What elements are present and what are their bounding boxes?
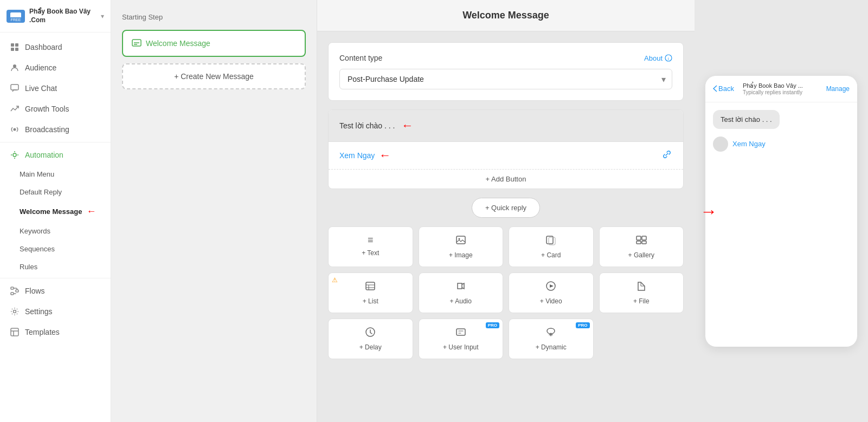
- tool-card[interactable]: + Card: [509, 226, 594, 267]
- card-icon: [545, 235, 556, 248]
- back-button[interactable]: Back: [713, 85, 734, 93]
- link-icon[interactable]: [661, 149, 672, 162]
- audio-icon: [455, 281, 466, 294]
- tool-delay[interactable]: + Delay: [328, 319, 413, 359]
- tool-card-label: + Card: [541, 251, 561, 259]
- svg-rect-8: [11, 287, 14, 289]
- preview-panel: → Back Phẩy Book Bao Vây ... Typically r…: [695, 0, 868, 422]
- phone-xem-ngay[interactable]: Xem Ngay: [732, 140, 766, 148]
- add-button-link[interactable]: + Add Button: [486, 175, 526, 183]
- phone-header: Back Phẩy Book Bao Vây ... Typically rep…: [705, 76, 857, 102]
- arrow-indicator-btn: ←: [379, 148, 391, 163]
- sidebar-subitem-sequences[interactable]: Sequences: [0, 240, 111, 258]
- sidebar-item-dashboard-label: Dashboard: [25, 43, 62, 51]
- tool-delay-label: + Delay: [359, 343, 382, 351]
- sidebar-item-automation[interactable]: Automation: [0, 145, 111, 165]
- content-type-select[interactable]: Post-Purchase Update: [339, 69, 672, 89]
- sidebar-item-growth-tools[interactable]: Growth Tools: [0, 99, 111, 119]
- sidebar-item-flows[interactable]: Flows: [0, 281, 111, 301]
- sidebar-subitem-default-reply[interactable]: Default Reply: [0, 183, 111, 201]
- arrow-left-indicator: ←: [86, 206, 96, 217]
- xem-ngay-button[interactable]: Xem Ngay ←: [339, 148, 391, 163]
- arrow-right-indicator: →: [700, 201, 717, 221]
- starting-step-title: Starting Step: [122, 13, 306, 21]
- tool-list[interactable]: ⚠ + List: [328, 272, 413, 313]
- sidebar-subitem-keywords[interactable]: Keywords: [0, 222, 111, 240]
- svg-point-6: [14, 128, 16, 131]
- svg-point-11: [14, 310, 16, 313]
- phone-reply-row: Xem Ngay: [713, 137, 850, 152]
- svg-rect-5: [11, 85, 18, 90]
- tool-user-input[interactable]: PRO + User Input: [419, 319, 504, 359]
- sidebar-item-live-chat[interactable]: Live Chat: [0, 78, 111, 99]
- starting-step-panel: Starting Step Welcome Message + Create N…: [111, 0, 317, 422]
- main-body: Content type About i Post-Purchase Updat…: [317, 31, 695, 422]
- svg-marker-27: [550, 284, 554, 288]
- sidebar-subitem-rules-label: Rules: [20, 263, 37, 271]
- tool-text[interactable]: ≡ + Text: [328, 226, 413, 267]
- tool-image[interactable]: + Image: [419, 226, 504, 267]
- tool-audio-label: + Audio: [450, 297, 472, 305]
- tool-gallery[interactable]: + Gallery: [599, 226, 684, 267]
- phone-mockup: Back Phẩy Book Bao Vây ... Typically rep…: [705, 76, 857, 347]
- message-block: Test lời chào . . . ← Xem Ngay ← + Add B…: [328, 109, 684, 189]
- sidebar: FREE Phẩy Book Bao Vây .Com ▾ Dashboard …: [0, 0, 111, 422]
- file-icon: [636, 281, 647, 294]
- about-link[interactable]: About i: [644, 54, 672, 62]
- quick-reply-label: + Quick reply: [485, 204, 526, 212]
- manage-button[interactable]: Manage: [826, 85, 850, 93]
- sidebar-item-settings[interactable]: Settings: [0, 301, 111, 322]
- tool-user-input-label: + User Input: [443, 343, 479, 351]
- app-title: Phẩy Book Bao Vây .Com: [29, 8, 97, 24]
- pro-badge-user-input: PRO: [486, 322, 499, 328]
- sidebar-item-growth-tools-label: Growth Tools: [25, 105, 69, 113]
- message-text-area[interactable]: Test lời chào . . . ←: [329, 110, 683, 141]
- sidebar-header[interactable]: FREE Phẩy Book Bao Vây .Com ▾: [0, 0, 111, 33]
- create-new-message-button[interactable]: + Create New Message: [122, 63, 306, 89]
- sidebar-subitem-rules[interactable]: Rules: [0, 258, 111, 276]
- template-icon: [10, 327, 20, 337]
- video-icon: [545, 281, 556, 294]
- tool-file[interactable]: + File: [599, 272, 684, 313]
- tool-audio[interactable]: + Audio: [419, 272, 504, 313]
- svg-rect-0: [11, 43, 14, 47]
- gear-icon: [10, 307, 20, 316]
- svg-rect-21: [642, 236, 646, 240]
- chevron-left-icon: [713, 85, 717, 92]
- sidebar-item-templates-label: Templates: [25, 328, 60, 336]
- back-label: Back: [718, 85, 734, 93]
- sidebar-item-automation-label: Automation: [25, 151, 63, 159]
- svg-marker-25: [458, 283, 462, 289]
- svg-point-17: [458, 238, 460, 240]
- sidebar-item-broadcasting-label: Broadcasting: [25, 125, 69, 134]
- message-icon: [132, 38, 142, 48]
- create-new-btn-label: + Create New Message: [174, 72, 254, 81]
- welcome-message-step-button[interactable]: Welcome Message: [122, 30, 306, 57]
- sidebar-item-audience[interactable]: Audience: [0, 57, 111, 78]
- tool-video-label: + Video: [540, 297, 562, 305]
- sidebar-item-templates[interactable]: Templates: [0, 322, 111, 342]
- tool-video[interactable]: + Video: [509, 272, 594, 313]
- sidebar-subitem-main-menu-label: Main Menu: [20, 170, 54, 178]
- image-icon: [455, 235, 466, 248]
- content-type-select-wrapper: Post-Purchase Update ▾: [339, 69, 672, 89]
- sidebar-item-dashboard[interactable]: Dashboard: [0, 37, 111, 57]
- sidebar-subitem-welcome-message[interactable]: Welcome Message ←: [0, 201, 111, 222]
- sidebar-subitem-sequences-label: Sequences: [20, 245, 55, 253]
- phone-page-name: Phẩy Book Bao Vây ...: [743, 82, 822, 89]
- sidebar-subitem-main-menu[interactable]: Main Menu: [0, 165, 111, 183]
- arrow-indicator-text: ←: [401, 119, 413, 133]
- tool-dynamic[interactable]: PRO + Dynamic: [509, 319, 594, 359]
- message-btn-row: Xem Ngay ←: [329, 141, 683, 169]
- sidebar-item-broadcasting[interactable]: Broadcasting: [0, 119, 111, 140]
- svg-point-7: [13, 153, 16, 157]
- sidebar-subitem-welcome-message-label: Welcome Message: [20, 207, 82, 216]
- about-label: About: [644, 54, 663, 62]
- text-icon: ≡: [368, 235, 374, 246]
- user-input-icon: [455, 327, 466, 340]
- phone-message-bubble: Test lời chào . . .: [713, 110, 780, 129]
- quick-reply-button[interactable]: + Quick reply: [472, 198, 540, 218]
- sidebar-nav: Dashboard Audience Live Chat Growth Tool…: [0, 33, 111, 422]
- svg-point-4: [13, 64, 16, 68]
- broadcast-icon: [10, 125, 20, 134]
